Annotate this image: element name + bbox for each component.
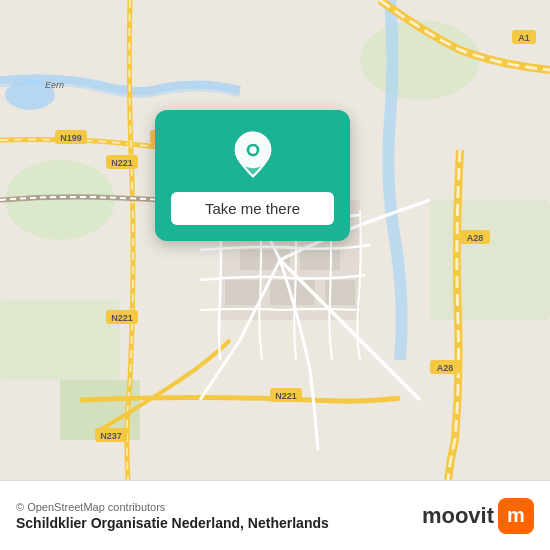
- location-name: Schildklier Organisatie Nederland, Nethe…: [16, 515, 329, 531]
- copyright-text: © OpenStreetMap contributors: [16, 501, 329, 513]
- map-background: N199 N199 N221 N221 N221 N237 A28: [0, 0, 550, 480]
- app-container: N199 N199 N221 N221 N221 N237 A28: [0, 0, 550, 550]
- svg-rect-4: [430, 200, 550, 320]
- svg-text:N221: N221: [111, 313, 133, 323]
- svg-rect-12: [225, 280, 260, 305]
- svg-text:N221: N221: [111, 158, 133, 168]
- location-popup: Take me there: [155, 110, 350, 241]
- moovit-logo: moovit m: [422, 498, 534, 534]
- moovit-icon: m: [498, 498, 534, 534]
- svg-text:A28: A28: [467, 233, 484, 243]
- take-me-there-button[interactable]: Take me there: [171, 192, 334, 225]
- svg-rect-11: [300, 250, 340, 270]
- svg-text:A1: A1: [518, 33, 530, 43]
- moovit-wordmark: moovit: [422, 503, 494, 529]
- location-pin-icon: [228, 130, 278, 180]
- svg-text:N237: N237: [100, 431, 122, 441]
- svg-point-36: [249, 146, 256, 153]
- svg-text:N221: N221: [275, 391, 297, 401]
- svg-text:N199: N199: [60, 133, 82, 143]
- svg-text:A28: A28: [437, 363, 454, 373]
- svg-text:Eern: Eern: [45, 80, 64, 90]
- svg-rect-2: [0, 300, 120, 380]
- footer-left: © OpenStreetMap contributors Schildklier…: [16, 501, 329, 531]
- footer: © OpenStreetMap contributors Schildklier…: [0, 480, 550, 550]
